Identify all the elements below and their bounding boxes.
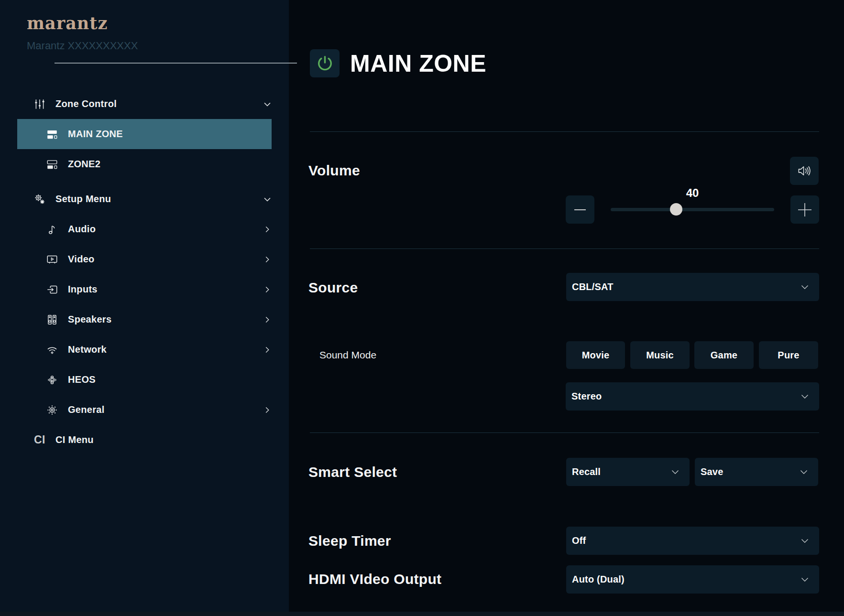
volume-increase-button[interactable]: [790, 195, 819, 224]
main-zone-panel: MAIN ZONE Volume 40 Source CBL/SAT Sound…: [289, 0, 844, 616]
sidebar-item-zone2[interactable]: ZONE2: [17, 149, 272, 179]
sidebar-item-label: Network: [68, 344, 107, 355]
gears-icon: [33, 193, 46, 205]
source-label: Source: [308, 280, 358, 296]
gear-icon: [46, 404, 58, 416]
sidebar-item-label: Audio: [68, 224, 96, 235]
chevron-down-icon: [800, 470, 808, 475]
chevron-right-icon: [261, 253, 274, 266]
power-button[interactable]: [310, 49, 340, 77]
marantz-logo: marantz: [27, 14, 289, 33]
chevron-down-icon: [261, 98, 274, 110]
chevron-right-icon: [261, 283, 274, 296]
sidebar-item-setup-menu[interactable]: Setup Menu: [17, 184, 272, 214]
sound-mode-select[interactable]: Stereo: [566, 382, 819, 411]
plus-icon: [797, 202, 812, 217]
chevron-down-icon: [801, 577, 809, 582]
volume-slider-thumb[interactable]: [670, 203, 682, 216]
sidebar-item-audio[interactable]: Audio: [17, 214, 272, 244]
section-divider: [310, 432, 819, 433]
speakers-icon: [46, 313, 58, 326]
hdmi-video-output-select[interactable]: Auto (Dual): [566, 565, 819, 594]
minus-icon: [574, 209, 586, 211]
section-divider: [310, 249, 819, 249]
device-name: Marantz XXXXXXXXXX: [27, 40, 289, 52]
chevron-right-icon: [261, 313, 274, 326]
smart-select-save-select[interactable]: Save: [695, 458, 818, 486]
sidebar-item-label: Video: [68, 254, 95, 265]
sidebar-item-heos[interactable]: HEOS: [17, 365, 272, 395]
sidebar-item-label: CI Menu: [55, 434, 94, 445]
sidebar-nav: Zone Control MAIN ZONE: [0, 89, 289, 455]
sidebar-item-label: HEOS: [68, 374, 96, 385]
sidebar-item-label: Inputs: [68, 284, 98, 295]
sidebar: marantz Marantz XXXXXXXXXX Zone Control: [0, 0, 289, 616]
zones-alt-icon: [46, 158, 58, 171]
wifi-icon: [46, 344, 58, 356]
chevron-down-icon: [801, 285, 809, 290]
chevron-down-icon: [801, 539, 809, 543]
brand-block: marantz Marantz XXXXXXXXXX: [0, 0, 289, 64]
ci-icon: CI: [33, 434, 46, 446]
sidebar-item-label: Setup Menu: [55, 194, 111, 205]
volume-slider[interactable]: [611, 195, 774, 224]
smart-select-recall-select[interactable]: Recall: [566, 458, 690, 486]
source-select[interactable]: CBL/SAT: [566, 273, 819, 301]
sound-mode-label: Sound Mode: [319, 349, 376, 361]
sound-mode-pure-button[interactable]: Pure: [759, 341, 818, 369]
speaker-icon: [797, 164, 812, 178]
sound-mode-movie-button[interactable]: Movie: [566, 341, 625, 369]
sidebar-item-label: Speakers: [68, 314, 111, 325]
zone-header: MAIN ZONE: [310, 49, 486, 77]
chevron-down-icon: [261, 193, 274, 205]
mute-button[interactable]: [790, 157, 819, 185]
zones-icon: [46, 128, 58, 140]
music-note-icon: [46, 223, 58, 236]
page-title: MAIN ZONE: [350, 50, 486, 77]
sidebar-item-video[interactable]: Video: [17, 244, 272, 274]
chevron-right-icon: [261, 344, 274, 356]
volume-label: Volume: [308, 162, 360, 179]
sidebar-item-zone-control[interactable]: Zone Control: [17, 89, 272, 119]
sliders-icon: [33, 98, 46, 110]
sidebar-item-speakers[interactable]: Speakers: [17, 304, 272, 335]
input-icon: [46, 283, 58, 296]
sidebar-item-ci-menu[interactable]: CI CI Menu: [17, 425, 272, 455]
hdmi-video-output-label: HDMI VIdeo Output: [308, 571, 441, 587]
sidebar-item-main-zone[interactable]: MAIN ZONE: [17, 119, 272, 149]
chevron-right-icon: [261, 404, 274, 416]
sidebar-item-network[interactable]: Network: [17, 335, 272, 365]
sleep-timer-label: Sleep Timer: [308, 533, 391, 549]
sidebar-item-label: Zone Control: [55, 98, 117, 109]
tv-icon: [46, 253, 58, 266]
heos-icon: [46, 374, 58, 386]
chevron-down-icon: [671, 470, 679, 475]
sidebar-item-inputs[interactable]: Inputs: [17, 274, 272, 304]
volume-slider-track[interactable]: [611, 208, 774, 211]
sidebar-item-label: General: [68, 404, 105, 415]
sound-mode-music-button[interactable]: Music: [630, 341, 690, 369]
smart-select-label: Smart Select: [308, 464, 397, 480]
volume-decrease-button[interactable]: [566, 195, 594, 224]
brand-divider: [55, 63, 297, 64]
chevron-right-icon: [261, 223, 274, 236]
power-icon: [316, 54, 334, 72]
chevron-down-icon: [801, 394, 809, 399]
sidebar-item-general[interactable]: General: [17, 395, 272, 425]
sleep-timer-select[interactable]: Off: [566, 527, 819, 555]
sound-mode-game-button[interactable]: Game: [694, 341, 754, 369]
sidebar-item-label: ZONE2: [68, 159, 100, 170]
section-divider: [310, 131, 819, 132]
sidebar-item-label: MAIN ZONE: [68, 129, 123, 140]
